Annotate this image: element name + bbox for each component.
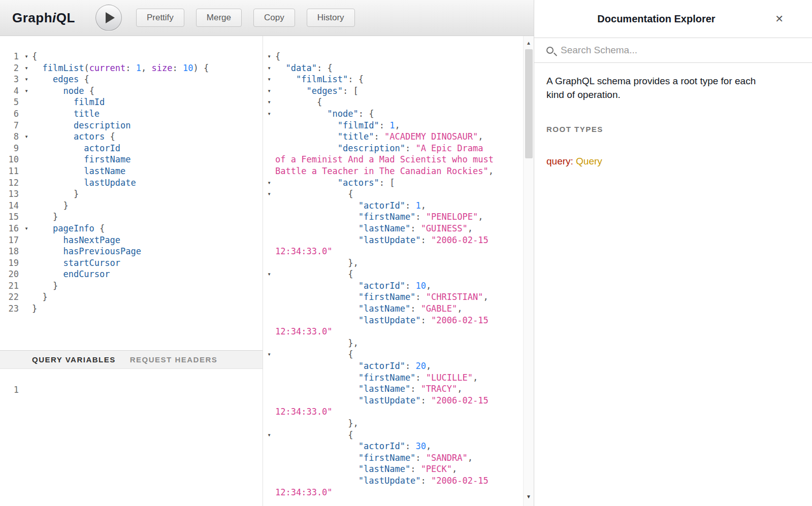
- prettify-button[interactable]: Prettify: [136, 9, 184, 27]
- fold-toggle-icon[interactable]: ▾: [21, 62, 32, 74]
- merge-button[interactable]: Merge: [196, 9, 242, 27]
- fold-toggle-icon[interactable]: ▾: [263, 74, 275, 85]
- line-number: 11: [0, 165, 21, 177]
- fold-toggle-icon[interactable]: ▾: [263, 85, 275, 97]
- line-number: 18: [0, 246, 21, 257]
- history-button[interactable]: History: [307, 9, 355, 27]
- code-text: actors {: [32, 131, 115, 143]
- fold-gutter: [21, 154, 32, 165]
- fold-gutter: [263, 143, 275, 154]
- code-line: "actorId": 1,: [263, 200, 523, 212]
- fold-gutter: [21, 303, 32, 315]
- code-line: ▾ "filmList": {: [263, 74, 523, 85]
- fold-toggle-icon[interactable]: ▾: [263, 108, 275, 120]
- code-text: "actorId": 10,: [275, 280, 431, 292]
- search-schema-input[interactable]: [561, 45, 800, 56]
- code-line: "lastName": "PECK",: [263, 463, 523, 475]
- code-line: "actorId": 30,: [263, 441, 523, 452]
- code-text: "lastName": "GABLE",: [275, 303, 463, 315]
- variables-editor[interactable]: 1: [0, 369, 263, 396]
- line-number: 5: [0, 96, 21, 108]
- fold-gutter: [21, 211, 32, 223]
- code-line: ▾ {: [263, 96, 523, 108]
- variables-tabs: QUERY VARIABLES REQUEST HEADERS: [0, 350, 263, 369]
- code-text: "lastName": "TRACY",: [275, 383, 463, 395]
- code-line: 1: [0, 384, 263, 396]
- code-text: endCursor: [32, 268, 110, 280]
- line-number: 1: [0, 384, 21, 396]
- code-text: of a Feminist And a Mad Scientist who mu…: [275, 154, 494, 165]
- fold-toggle-icon[interactable]: ▾: [21, 51, 32, 62]
- fold-toggle-icon[interactable]: ▾: [21, 74, 32, 85]
- code-line: "lastUpdate": "2006-02-15: [263, 395, 523, 407]
- code-text: {: [32, 51, 37, 62]
- code-line: ▾ {: [263, 268, 523, 280]
- code-line: 11 lastName: [0, 165, 263, 177]
- fold-toggle-icon[interactable]: ▾: [263, 51, 275, 62]
- fold-gutter: [263, 395, 275, 407]
- code-line: "lastName": "GABLE",: [263, 303, 523, 315]
- fold-toggle-icon[interactable]: ▾: [21, 223, 32, 234]
- fold-toggle-icon[interactable]: ▾: [263, 429, 275, 441]
- copy-button[interactable]: Copy: [253, 9, 295, 27]
- tab-request-headers[interactable]: REQUEST HEADERS: [130, 355, 218, 364]
- schema-intro-text: A GraphQL schema provides a root type fo…: [546, 74, 776, 102]
- code-line: 12:34:33.0": [263, 487, 523, 498]
- fold-toggle-icon[interactable]: ▾: [263, 62, 275, 74]
- fold-toggle-icon[interactable]: ▾: [263, 177, 275, 189]
- fold-toggle-icon[interactable]: ▾: [263, 268, 275, 280]
- code-text: lastUpdate: [32, 177, 136, 189]
- query-keyword: query:: [546, 156, 573, 166]
- query-type-link[interactable]: Query: [576, 156, 602, 166]
- code-line: 1▾{: [0, 51, 263, 62]
- fold-gutter: [263, 418, 275, 429]
- line-number: 6: [0, 108, 21, 120]
- code-line: 17 hasNextPage: [0, 234, 263, 246]
- code-text: "filmId": 1,: [275, 120, 400, 131]
- fold-gutter: [21, 108, 32, 120]
- response-scrollbar[interactable]: ▲ ▼: [523, 36, 534, 506]
- line-number: 2: [0, 62, 21, 74]
- scroll-down-icon[interactable]: ▼: [524, 492, 534, 502]
- fold-gutter: [21, 246, 32, 257]
- code-text: {: [275, 188, 353, 200]
- tab-query-variables[interactable]: QUERY VARIABLES: [32, 355, 116, 364]
- code-text: node {: [32, 85, 94, 97]
- code-text: "lastUpdate": "2006-02-15: [275, 475, 489, 487]
- fold-gutter: [21, 200, 32, 212]
- code-line: "firstName": "CHRISTIAN",: [263, 291, 523, 303]
- fold-toggle-icon[interactable]: ▾: [21, 85, 32, 97]
- execute-button[interactable]: [95, 5, 122, 31]
- code-line: "firstName": "SANDRA",: [263, 452, 523, 464]
- fold-gutter: [263, 315, 275, 326]
- fold-gutter: [263, 372, 275, 384]
- fold-toggle-icon[interactable]: ▾: [21, 131, 32, 143]
- line-number: 1: [0, 51, 21, 62]
- code-line: "actorId": 20,: [263, 360, 523, 372]
- code-text: "data": {: [275, 62, 333, 74]
- fold-toggle-icon[interactable]: ▾: [263, 349, 275, 360]
- scroll-up-icon[interactable]: ▲: [524, 38, 534, 48]
- code-line: 23}: [0, 303, 263, 315]
- code-text: {: [275, 96, 322, 108]
- scrollbar-thumb[interactable]: [525, 49, 533, 158]
- code-text: "description": "A Epic Drama: [275, 143, 483, 154]
- code-text: "lastName": "GUINESS",: [275, 223, 473, 234]
- code-line: 10 firstName: [0, 154, 263, 165]
- doc-explorer-panel: Documentation Explorer ✕ A GraphQL schem…: [534, 0, 812, 506]
- code-text: 12:34:33.0": [275, 406, 333, 418]
- close-icon[interactable]: ✕: [775, 14, 784, 24]
- fold-gutter: [263, 165, 275, 177]
- fold-gutter: [263, 200, 275, 212]
- code-text: "lastUpdate": "2006-02-15: [275, 234, 489, 246]
- code-text: {: [275, 51, 280, 62]
- response-viewer[interactable]: ▾{▾ "data": {▾ "filmList": {▾ "edges": […: [263, 36, 523, 506]
- code-text: "firstName": "SANDRA",: [275, 452, 473, 464]
- code-text: },: [275, 257, 359, 269]
- code-text: 12:34:33.0": [275, 326, 333, 338]
- fold-toggle-icon[interactable]: ▾: [263, 188, 275, 200]
- code-text: 12:34:33.0": [275, 487, 333, 498]
- fold-toggle-icon[interactable]: ▾: [263, 96, 275, 108]
- fold-gutter: [263, 487, 275, 498]
- query-editor[interactable]: 1▾{2▾ filmList(current: 1, size: 10) {3▾…: [0, 36, 263, 350]
